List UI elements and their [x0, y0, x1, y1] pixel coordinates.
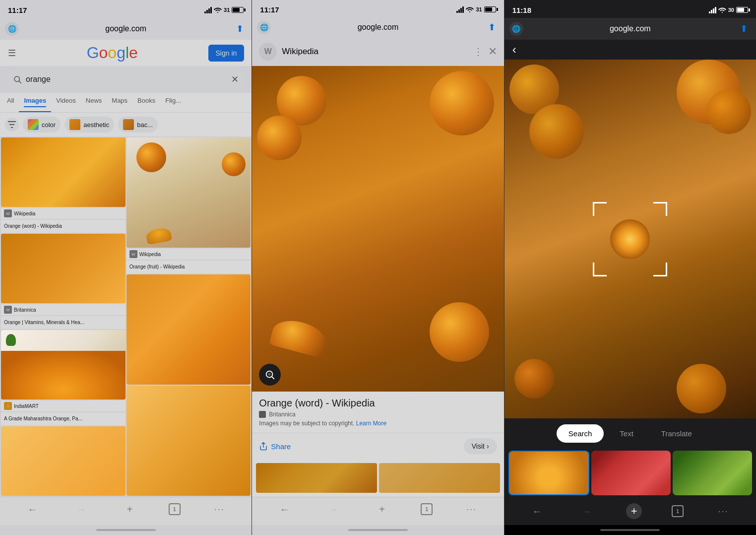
sign-in-button[interactable]: Sign in	[209, 45, 244, 61]
grid-image-5[interactable]	[126, 137, 251, 248]
image-grid: W Wikipedia Orange (word) - Wikipedia W …	[0, 136, 252, 497]
lens-thumb-img-1	[509, 452, 589, 494]
wiki-source-label: Britannica	[259, 411, 497, 418]
lens-tab-search[interactable]: Search	[557, 424, 604, 443]
wiki-source-name: Britannica	[269, 411, 295, 418]
tab-count-badge-3[interactable]: 1	[672, 505, 684, 517]
browser-bar-3: 🌐 google.com ⬆	[504, 18, 756, 40]
clear-icon-1[interactable]: ✕	[231, 74, 239, 85]
search-query-1[interactable]: orange	[26, 75, 227, 84]
status-time-1: 11:17	[8, 6, 27, 14]
grid-image-2[interactable]	[1, 234, 126, 303]
battery-icon-2	[484, 6, 496, 12]
panel-wikipedia: 11:17 31 🌐 google.com ⬆ W Wikipedia ⋮ ✕	[252, 0, 504, 535]
bottom-nav-1: ← → + 1 ···	[0, 497, 252, 525]
filter-chip-color[interactable]: color	[23, 117, 61, 133]
signal-icon-1	[204, 7, 212, 13]
wiki-result-title: Orange (word) - Wikipedia	[259, 398, 497, 409]
svg-line-1	[19, 81, 21, 83]
result-title-4: Orange (fruit) - Wikipedia	[129, 264, 185, 269]
hamburger-icon[interactable]: ☰	[8, 48, 16, 59]
tab-news[interactable]: News	[81, 93, 107, 112]
tab-flights[interactable]: Flig...	[160, 93, 186, 112]
share-icon-3[interactable]: ⬆	[737, 22, 751, 36]
tab-count-badge-1[interactable]: 1	[169, 503, 181, 515]
status-icons-3: 30	[709, 7, 748, 13]
thumb-2[interactable]	[379, 463, 500, 493]
learn-more-link[interactable]: Learn More	[356, 420, 386, 427]
filter-chip-background[interactable]: bac...	[118, 117, 158, 133]
browser-url-1[interactable]: google.com	[23, 24, 229, 33]
chip-label-background: bac...	[137, 121, 153, 129]
browser-url-2[interactable]: google.com	[275, 23, 481, 32]
lens-tab-text[interactable]: Text	[608, 424, 645, 443]
back-button-lens[interactable]: ‹	[512, 43, 516, 56]
visit-button[interactable]: Visit ›	[464, 438, 497, 454]
wiki-close-icon[interactable]: ✕	[488, 45, 497, 58]
search-bar-1[interactable]: orange ✕	[6, 70, 246, 89]
more-menu-button-1[interactable]: ···	[209, 501, 229, 517]
result-item-4: W Wikipedia	[126, 249, 251, 260]
more-menu-button-2[interactable]: ···	[462, 501, 482, 517]
wiki-more-icon[interactable]: ⋮	[473, 46, 483, 58]
add-tab-button-1[interactable]: +	[120, 501, 140, 517]
filter-icon[interactable]	[5, 118, 19, 132]
wiki-title: Wikipedia	[282, 47, 468, 57]
search-icon-1	[13, 75, 22, 84]
back-button-2[interactable]: ←	[274, 501, 294, 517]
forward-button-2[interactable]: →	[323, 501, 343, 517]
share-row[interactable]: Share	[259, 442, 291, 451]
grid-image-4[interactable]	[1, 426, 126, 496]
lens-thumb-1[interactable]	[508, 451, 590, 495]
wifi-icon-2	[466, 6, 474, 12]
tab-books[interactable]: Books	[132, 93, 160, 112]
chip-label-aesthetic: aesthetic	[83, 121, 109, 129]
status-bar-3: 11:18 30	[504, 0, 756, 18]
forward-nav-3[interactable]: →	[576, 503, 596, 519]
tab-videos[interactable]: Videos	[51, 93, 81, 112]
wiki-favicon-1: W	[4, 209, 12, 217]
back-button-1[interactable]: ←	[22, 501, 42, 517]
filter-chip-aesthetic[interactable]: aesthetic	[64, 117, 114, 133]
add-tab-button-2[interactable]: +	[372, 501, 392, 517]
share-icon-1[interactable]: ⬆	[233, 22, 247, 36]
share-icon-2[interactable]: ⬆	[485, 20, 499, 34]
lens-thumb-3[interactable]	[673, 451, 752, 495]
forward-button-1[interactable]: →	[71, 501, 91, 517]
signal-icon-2	[456, 6, 464, 13]
add-tab-button-3[interactable]: +	[626, 503, 642, 519]
orange-bg-3	[529, 104, 584, 159]
lens-button[interactable]	[259, 364, 281, 386]
wiki-result-favicon	[259, 411, 266, 418]
status-time-3: 11:18	[512, 6, 531, 14]
tab-count-badge-2[interactable]: 1	[421, 503, 433, 515]
back-nav-3[interactable]: ←	[527, 503, 547, 519]
grid-image-6[interactable]	[126, 274, 251, 385]
signal-icon-3	[709, 7, 716, 13]
result-text-2: Britannica	[14, 307, 36, 313]
more-menu-button-3[interactable]: ···	[713, 503, 733, 519]
lens-thumb-2[interactable]	[591, 451, 671, 495]
result-title-1: Orange (word) - Wikipedia	[4, 223, 62, 229]
status-bar-1: 11:17 31	[0, 0, 252, 18]
tab-maps[interactable]: Maps	[107, 93, 132, 112]
grid-image-3[interactable]	[1, 330, 126, 400]
grid-image-1[interactable]	[1, 137, 126, 207]
tab-all[interactable]: All	[2, 93, 19, 112]
share-action-icon	[259, 442, 268, 451]
result-item-3: I IndiaMART	[1, 401, 126, 411]
grid-image-7[interactable]	[126, 386, 251, 496]
wifi-icon-3	[718, 7, 726, 13]
thumb-1[interactable]	[256, 463, 377, 493]
tab-images[interactable]: Images	[19, 93, 51, 112]
orange-deco-5	[430, 302, 489, 362]
battery-icon-3	[736, 7, 748, 13]
wiki-actions: Share Visit ›	[252, 433, 504, 459]
lens-tab-translate[interactable]: Translate	[649, 424, 704, 443]
wiki-favicon-3: W	[129, 250, 137, 258]
wiki-favicon-2: W	[4, 306, 12, 314]
home-indicator-1	[0, 525, 252, 535]
browser-url-3[interactable]: google.com	[527, 24, 733, 33]
lens-bg-image	[504, 60, 756, 418]
focus-box	[593, 202, 667, 276]
